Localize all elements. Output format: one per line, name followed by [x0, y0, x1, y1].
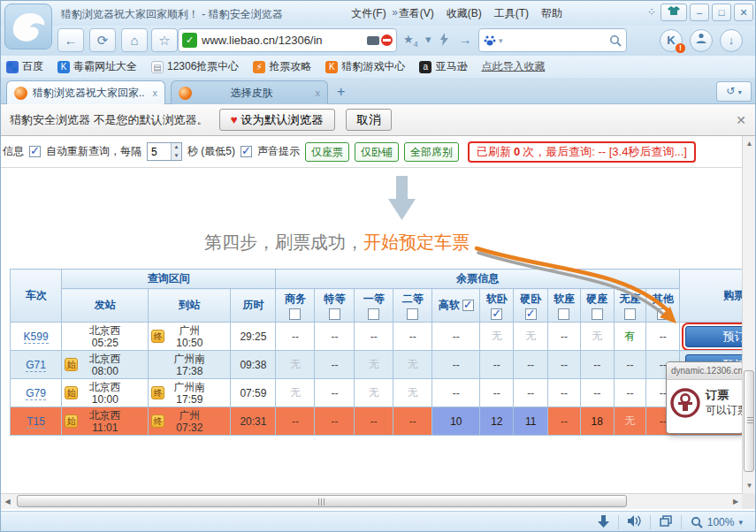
- close-button[interactable]: ✕: [734, 4, 753, 21]
- k-icon: K: [57, 61, 70, 73]
- seat-filter-checkbox[interactable]: [592, 308, 603, 320]
- favorite-star-button[interactable]: ☆: [151, 28, 178, 52]
- menu-bar: 文件(F) 查看(V) 收藏(B) 工具(T) 帮助: [351, 6, 562, 21]
- seat-cell-高软: --: [432, 351, 480, 379]
- user-account-button[interactable]: [690, 29, 713, 52]
- cell-depart: 始北京西11:01: [62, 407, 149, 436]
- col-header-train: 车次: [11, 270, 62, 323]
- menu-favorites[interactable]: 收藏(B): [447, 6, 482, 21]
- browser-window: 猎豹浏览器祝大家回家顺利！ - 猎豹安全浏览器 » 文件(F) 查看(V) 收藏…: [0, 0, 756, 532]
- seat-filter-checkbox[interactable]: [329, 308, 340, 320]
- chevron-down-icon[interactable]: ▾: [425, 33, 431, 46]
- seat-filter-checkbox[interactable]: [407, 308, 418, 320]
- all-classes-button[interactable]: 全部席别: [404, 142, 459, 162]
- restore-windows-icon[interactable]: [660, 515, 672, 529]
- reopen-closed-tab-button[interactable]: ↺ ▾: [716, 81, 752, 102]
- seat-filter-checkbox[interactable]: [525, 308, 537, 320]
- scroll-up-icon[interactable]: ▲: [743, 137, 755, 150]
- train-link-G71[interactable]: G71: [26, 359, 46, 372]
- seat-cell-硬卧: 11: [514, 407, 548, 436]
- seat-filter-checkbox[interactable]: [657, 308, 668, 320]
- horizontal-scroll-thumb[interactable]: [17, 495, 627, 507]
- train-link-T15[interactable]: T15: [27, 415, 45, 429]
- maximize-button[interactable]: □: [712, 4, 731, 21]
- stepper-down-icon[interactable]: ▼: [172, 152, 181, 161]
- screenshot-icon[interactable]: [367, 36, 379, 45]
- title-bar: 猎豹浏览器祝大家回家顺利！ - 猎豹安全浏览器 » 文件(F) 查看(V) 收藏…: [1, 1, 755, 26]
- menu-tools[interactable]: 工具(T): [494, 6, 529, 21]
- bookmark-item[interactable]: ▤12306抢票中心: [151, 59, 239, 74]
- seat-label: 硬座: [586, 292, 607, 307]
- tab-label: 猎豹浏览器祝大家回家...: [33, 86, 144, 101]
- search-input[interactable]: [503, 34, 609, 47]
- menu-file[interactable]: 文件(F): [351, 6, 386, 21]
- url-text[interactable]: www.liebao.cn/12306/in: [202, 34, 365, 47]
- seat-filter-checkbox[interactable]: [289, 308, 301, 320]
- tab-choose-skin[interactable]: 选择皮肤 x: [171, 80, 328, 104]
- sound-alert-checkbox[interactable]: [241, 146, 252, 157]
- minimize-button[interactable]: –: [690, 4, 709, 21]
- back-button[interactable]: ←: [57, 28, 84, 52]
- infobar-close-icon[interactable]: ✕: [736, 113, 746, 127]
- skin-icon[interactable]: [661, 4, 687, 21]
- scroll-left-icon[interactable]: ◀: [1, 495, 14, 508]
- sleepers-only-button[interactable]: 仅卧铺: [355, 142, 399, 162]
- tab-close-icon[interactable]: x: [316, 87, 321, 98]
- train-link-G79[interactable]: G79: [26, 387, 46, 400]
- train-link-K599[interactable]: K599: [24, 331, 49, 344]
- scroll-right-icon[interactable]: ▶: [729, 495, 742, 508]
- zoom-caret-icon: ▾: [738, 518, 743, 527]
- interval-input[interactable]: [148, 143, 171, 160]
- tab-close-icon[interactable]: x: [153, 87, 158, 98]
- seat-label: 高软: [439, 298, 460, 313]
- seat-filter-checkbox[interactable]: [491, 308, 502, 320]
- refresh-button[interactable]: ⟳: [89, 28, 116, 52]
- cell-arrive: 终广州南17:59: [149, 379, 231, 407]
- bookmark-item[interactable]: 🐾百度: [6, 59, 43, 74]
- zoom-control[interactable]: 100% ▾: [691, 516, 743, 528]
- interval-stepper[interactable]: ▲▼: [147, 142, 182, 161]
- lightning-icon[interactable]: [439, 33, 449, 49]
- grid-icon[interactable]: ⁘: [647, 6, 656, 19]
- vertical-scroll-thumb[interactable]: [744, 370, 754, 472]
- search-icon[interactable]: [609, 34, 622, 47]
- bookmark-label: 猎豹游戏中心: [341, 59, 405, 74]
- tab-home[interactable]: 猎豹浏览器祝大家回家... x: [6, 80, 165, 104]
- grab-star-icon[interactable]: ★4: [403, 33, 418, 49]
- menu-view[interactable]: 查看(V): [399, 6, 434, 21]
- home-button[interactable]: ⌂: [121, 28, 148, 52]
- popup-line1: 订票: [706, 387, 744, 403]
- seat-filter-checkbox[interactable]: [462, 300, 474, 311]
- seat-filter-checkbox[interactable]: [558, 308, 569, 320]
- stepper-up-icon[interactable]: ▲: [172, 143, 181, 152]
- cell-duration: 20:31: [231, 407, 276, 436]
- bookmark-item[interactable]: K毒霸网址大全: [57, 59, 137, 74]
- address-bar[interactable]: ✓ www.liebao.cn/12306/in: [178, 28, 397, 52]
- auto-requery-checkbox[interactable]: [29, 146, 41, 157]
- sound-icon[interactable]: [628, 515, 641, 529]
- seat-filter-checkbox[interactable]: [624, 308, 636, 320]
- cancel-button[interactable]: 取消: [346, 109, 393, 131]
- scroll-down-icon[interactable]: ▼: [743, 479, 755, 492]
- vertical-scrollbar[interactable]: ▲ ▼: [742, 136, 755, 493]
- seats-only-button[interactable]: 仅座票: [305, 142, 349, 162]
- search-box[interactable]: ▾: [478, 28, 627, 52]
- download-manager-button[interactable]: ↓: [720, 29, 743, 52]
- bookmark-item[interactable]: ⚡抢票攻略: [253, 59, 311, 74]
- set-default-browser-button[interactable]: ♥ 设为默认浏览器: [219, 109, 335, 131]
- seat-label: 一等: [363, 292, 385, 307]
- new-tab-button[interactable]: +: [337, 84, 345, 100]
- bookmark-item[interactable]: a亚马逊: [419, 59, 467, 74]
- bookmark-item[interactable]: K猎豹游戏中心: [325, 59, 405, 74]
- popup-blocked-icon[interactable]: [381, 34, 393, 46]
- seat-filter-checkbox[interactable]: [368, 308, 379, 320]
- download-status-icon[interactable]: [598, 515, 609, 530]
- sound-alert-label: 声音提示: [257, 144, 300, 159]
- app-logo-cheetah-icon[interactable]: [4, 4, 52, 49]
- horizontal-scrollbar[interactable]: ◀ ▶: [1, 493, 744, 509]
- menu-help[interactable]: 帮助: [541, 6, 562, 21]
- duba-k-button[interactable]: K!: [660, 29, 683, 52]
- col-header-seat-软卧: 软卧: [480, 289, 514, 323]
- bookmark-item[interactable]: 点此导入收藏: [481, 59, 545, 74]
- go-arrow-button[interactable]: →: [452, 28, 478, 52]
